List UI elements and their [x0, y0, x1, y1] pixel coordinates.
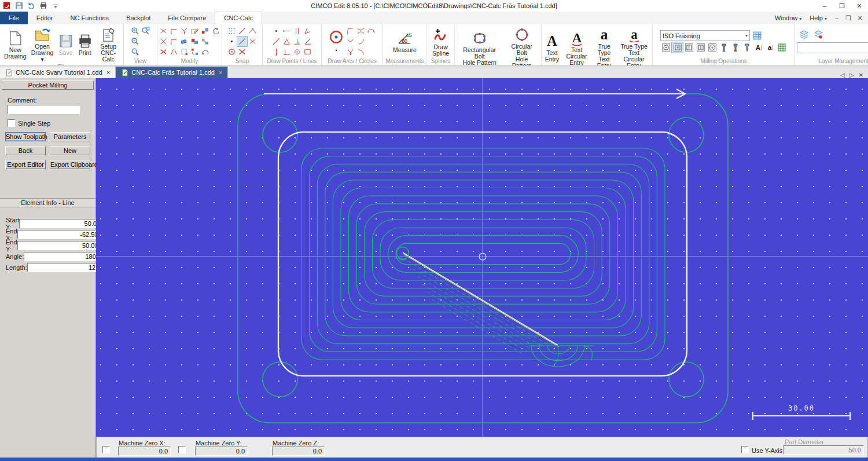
op-drill-3-button[interactable] [741, 42, 752, 53]
menu-tab-file-compare[interactable]: File Compare [159, 12, 215, 24]
menu-tab-editor[interactable]: Editor [28, 12, 62, 24]
cross-mid-tool[interactable] [248, 36, 258, 46]
circle-dot-tool[interactable] [227, 47, 237, 57]
mdi-restore-icon[interactable]: ❐ [844, 14, 853, 22]
rect-outline-tool[interactable] [303, 47, 312, 57]
new-drawing-button[interactable]: New Drawing [3, 29, 28, 60]
x-big-tool[interactable] [237, 47, 247, 57]
break-y-tool[interactable] [179, 26, 189, 36]
arc-ne-tool[interactable] [356, 36, 366, 46]
new-button[interactable]: New [50, 146, 90, 155]
mdi-close-icon[interactable]: ✕ [855, 14, 865, 22]
text-circular-entry-button[interactable]: AText Circular Entry [562, 29, 591, 67]
use-y-axis-substitution-checkbox[interactable] [741, 446, 749, 453]
point-dot-tool[interactable] [227, 36, 237, 46]
close-icon[interactable]: ✕ [851, 0, 868, 12]
menu-tab-nc-functions[interactable]: NC Functions [61, 12, 117, 24]
op-text-A-button[interactable]: A [753, 42, 764, 53]
corner-red-tool[interactable] [169, 36, 179, 46]
print-button[interactable]: Print [76, 32, 94, 57]
arc-corner-tool[interactable] [345, 26, 355, 36]
op-text-a-button[interactable]: a [764, 42, 775, 53]
rotate-cw-tool[interactable] [211, 26, 220, 36]
arc-cross-tool[interactable] [356, 26, 366, 36]
step-squares-tool[interactable] [190, 47, 200, 57]
undo-icon[interactable] [27, 2, 35, 10]
open-drawing-button[interactable]: Open Drawing ▾ [30, 25, 56, 63]
squares-blue-drag-tool[interactable] [200, 36, 210, 46]
menu-help[interactable]: Help ▾ [807, 14, 830, 21]
layers-button[interactable] [799, 30, 809, 39]
arc-cap-tool[interactable] [366, 26, 376, 36]
point-dot-tool[interactable] [333, 47, 340, 54]
mdi-minimize-icon[interactable]: – [832, 14, 841, 21]
document-tab-cnc-calc-fr-s-tutorial-1-cdd[interactable]: CNC-Calc Fräs Tutorial 1.cdd× [116, 67, 228, 78]
cimco-logo-icon[interactable] [3, 2, 11, 10]
corner-red-tool[interactable] [169, 26, 179, 36]
arc-down-tool[interactable] [345, 36, 355, 46]
document-tab-cnc-calc-svarv-tutorial-1-cdd[interactable]: CNC-Calc Svarv Tutorial 1.cdd× [0, 67, 116, 78]
tab-list-close-icon[interactable]: ✕ [859, 72, 863, 78]
circle-center-tool[interactable] [329, 30, 344, 45]
zoom-select-tool[interactable] [130, 47, 140, 57]
triangle-red-tool[interactable] [282, 36, 292, 46]
line-diag-tool[interactable] [271, 36, 281, 46]
comment-input[interactable] [8, 105, 80, 114]
midline-red-tool[interactable] [248, 26, 258, 36]
export-editor-button[interactable]: Export Editor [5, 160, 46, 169]
tab-scroll-left-icon[interactable]: ◁ [840, 72, 845, 78]
line-diag-tool[interactable] [237, 26, 247, 36]
op-face-button[interactable] [660, 42, 671, 53]
measure-button[interactable]: 4530Measure [392, 29, 418, 54]
menu-tab-backplot[interactable]: Backplot [117, 12, 159, 24]
op-contour-button[interactable] [683, 42, 694, 53]
op-pocket-button[interactable] [672, 42, 683, 53]
line-h-point-tool[interactable] [282, 26, 292, 36]
line-v-tool[interactable] [271, 47, 281, 57]
single-step-checkbox[interactable] [8, 119, 15, 127]
end-x-input[interactable] [17, 230, 104, 239]
line-diag-tool[interactable] [237, 36, 247, 46]
select-grid-tool[interactable] [179, 47, 189, 57]
edit-pencil-tool[interactable] [190, 26, 200, 36]
machine-zero-y-input[interactable] [195, 447, 248, 456]
perp-base-tool[interactable] [282, 47, 292, 57]
op-simulate-button[interactable] [776, 42, 787, 53]
end-y-input[interactable] [17, 241, 104, 250]
op-drill-2-button[interactable] [730, 42, 741, 53]
op-slot-button[interactable] [695, 42, 706, 53]
undo-arc-tool[interactable] [200, 47, 210, 57]
tool-library-icon[interactable] [752, 31, 762, 41]
rectangular-bolt-hole-pattern-button[interactable]: Rectangular Bolt Hole Pattern [457, 29, 502, 67]
tab-close-icon[interactable]: × [105, 69, 110, 76]
menu-tab-cnc-calc[interactable]: CNC-Calc [215, 12, 262, 24]
menu-window[interactable]: Window ▾ [772, 14, 804, 21]
parameters-button[interactable]: Parameters [50, 132, 90, 141]
back-button[interactable]: Back [5, 146, 46, 155]
op-frame-button[interactable] [707, 42, 718, 53]
print-icon[interactable] [39, 2, 47, 10]
zoom-rect-tool[interactable] [141, 26, 150, 36]
perp-lines-tool[interactable] [292, 36, 302, 46]
milling-cycle-select[interactable]: ISO Fräsning▾ [660, 30, 750, 41]
true-type-text-entry-button[interactable]: aTrue Type Text Entry [593, 25, 616, 66]
mirror-y-tool[interactable] [169, 47, 179, 57]
menu-tab-file[interactable]: File [0, 12, 28, 24]
machine-zero-x-checkbox[interactable] [102, 446, 110, 453]
save-icon[interactable] [15, 2, 23, 10]
arc-y-tool[interactable] [345, 47, 355, 57]
restore-icon[interactable]: ❐ [833, 0, 851, 12]
start-y-input[interactable] [19, 219, 106, 228]
show-toolpath-button[interactable]: Show Toolpath [5, 132, 46, 141]
tab-close-icon[interactable]: × [218, 69, 222, 76]
text-entry-button[interactable]: AText Entry [543, 32, 561, 63]
squares-blue-pair-tool[interactable] [190, 36, 200, 46]
squares-red-blue-tool[interactable] [200, 26, 210, 36]
customize-caret-icon[interactable] [52, 2, 60, 10]
arc-se-tool[interactable] [356, 47, 366, 57]
layers-edit-button[interactable] [814, 30, 823, 39]
grid-dots-tool[interactable] [227, 26, 237, 36]
circular-bolt-hole-pattern-button[interactable]: Circular Bolt Hole Pattern [504, 25, 539, 66]
zoom-out-tool[interactable] [130, 36, 140, 46]
zoom-in-tool[interactable] [130, 26, 140, 36]
